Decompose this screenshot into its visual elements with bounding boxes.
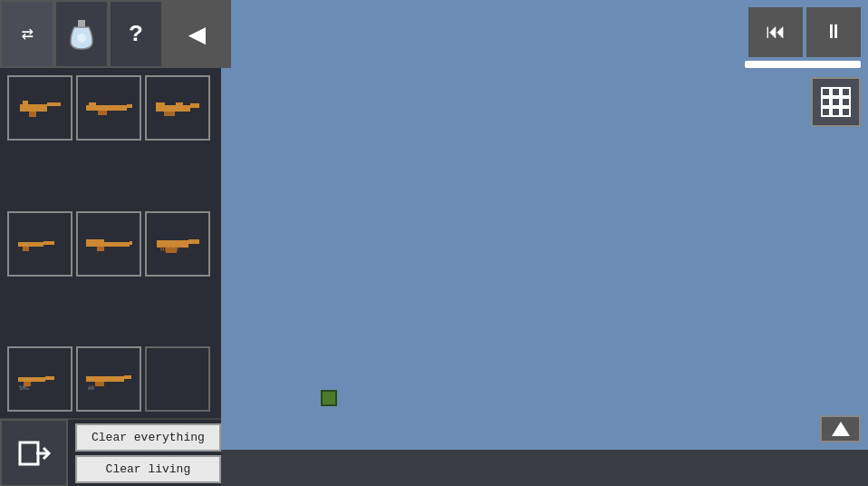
svg-rect-37 [45, 376, 54, 380]
grid-item-1[interactable] [7, 75, 72, 141]
svg-rect-14 [29, 112, 36, 117]
back-button[interactable]: ◀ [163, 0, 231, 68]
svg-rect-41 [124, 375, 131, 379]
grid-item-6[interactable]: HEAVY [145, 211, 210, 277]
svg-marker-0 [832, 422, 850, 436]
top-right-controls: ⏮ ⏸ [745, 7, 861, 68]
svg-rect-31 [86, 239, 104, 242]
svg-rect-5 [832, 98, 840, 106]
svg-rect-10 [78, 20, 85, 27]
clear-everything-button[interactable]: Clear everything [75, 423, 221, 452]
svg-rect-13 [47, 102, 61, 106]
svg-rect-25 [18, 242, 43, 247]
gun-icon-6: HEAVY [153, 231, 203, 257]
toolbar: ⇄ ? ◀ [0, 0, 221, 68]
grid-toggle-button[interactable] [811, 77, 861, 127]
gun-icon-7: SMG [15, 366, 65, 392]
svg-rect-12 [20, 104, 47, 112]
svg-rect-9 [842, 108, 850, 116]
svg-rect-29 [130, 241, 132, 245]
svg-text:SMG: SMG [19, 384, 29, 391]
svg-rect-22 [164, 112, 175, 116]
grid-icon [820, 86, 853, 119]
rewind-button[interactable]: ⏮ [748, 7, 803, 57]
potion-icon [69, 18, 94, 51]
svg-rect-6 [842, 98, 850, 106]
svg-rect-15 [23, 101, 28, 104]
svg-rect-4 [822, 98, 830, 106]
svg-rect-33 [188, 239, 199, 244]
grid-item-4[interactable] [7, 211, 72, 277]
gun-icon-4 [15, 231, 65, 257]
playback-controls: ⏮ ⏸ [748, 7, 861, 57]
svg-rect-16 [86, 105, 127, 111]
gun-icon-3 [153, 95, 203, 121]
potion-button[interactable] [54, 0, 109, 68]
grid-item-7[interactable]: SMG [7, 346, 72, 412]
svg-rect-8 [832, 108, 840, 116]
svg-rect-20 [156, 105, 190, 112]
svg-point-11 [77, 34, 86, 43]
help-button[interactable]: ? [109, 0, 163, 68]
svg-rect-21 [190, 103, 199, 108]
svg-rect-1 [822, 88, 830, 96]
svg-rect-24 [176, 102, 183, 105]
clear-living-button[interactable]: Clear living [75, 455, 221, 483]
grid-item-3[interactable] [145, 75, 210, 141]
clear-menu: Clear everything Clear living [68, 416, 228, 487]
svg-rect-44 [20, 442, 38, 464]
svg-text:AR: AR [88, 384, 95, 391]
bottom-right-icon[interactable] [820, 415, 861, 442]
svg-rect-3 [842, 88, 850, 96]
svg-rect-17 [127, 104, 132, 108]
svg-rect-26 [43, 241, 54, 245]
svg-rect-2 [832, 88, 840, 96]
bottom-controls: Clear everything Clear living [0, 418, 221, 486]
gun-icon-1 [15, 95, 65, 121]
ground-bar [221, 450, 868, 486]
svg-rect-23 [156, 102, 165, 105]
svg-rect-42 [95, 382, 104, 386]
svg-rect-18 [98, 111, 107, 115]
svg-rect-40 [86, 376, 124, 382]
gun-icon-8: AR [84, 366, 134, 392]
swap-button[interactable]: ⇄ [0, 0, 54, 68]
svg-rect-30 [97, 247, 104, 251]
svg-rect-19 [89, 102, 96, 105]
exit-button[interactable] [0, 419, 68, 486]
svg-rect-28 [86, 242, 130, 247]
progress-bar [745, 61, 861, 68]
grid-item-5[interactable] [76, 211, 141, 277]
game-entity [321, 390, 337, 406]
svg-rect-27 [23, 247, 29, 251]
grid-item-9[interactable] [145, 346, 210, 412]
grid-item-2[interactable] [76, 75, 141, 141]
grid-item-8[interactable]: AR [76, 346, 141, 412]
gun-icon-2 [84, 95, 134, 121]
svg-rect-7 [822, 108, 830, 116]
pause-button[interactable]: ⏸ [806, 7, 861, 57]
exit-icon [16, 435, 53, 471]
sidebar: ⇄ ? ◀ [0, 0, 221, 486]
svg-rect-36 [18, 377, 45, 382]
svg-text:HEAVY: HEAVY [160, 246, 180, 253]
gun-icon-5 [84, 231, 134, 257]
